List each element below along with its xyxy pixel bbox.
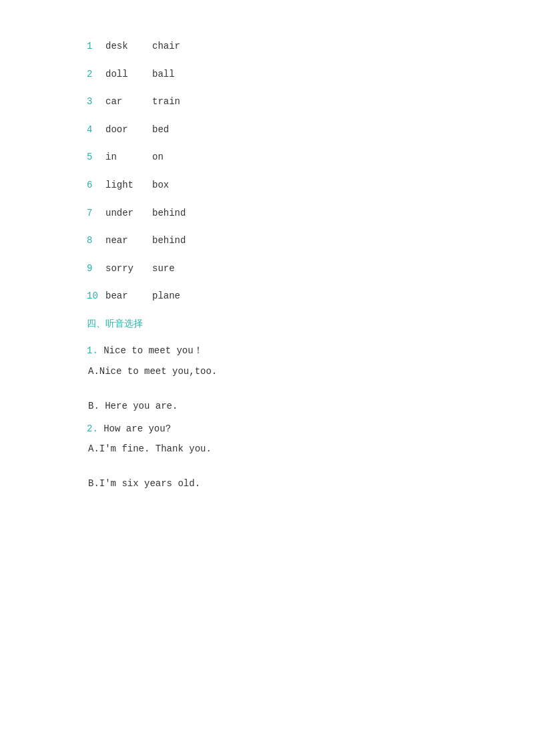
list-item: 2dollball xyxy=(87,68,447,81)
qa-question: 1. Nice to meet you！ xyxy=(87,345,447,357)
qa-answer-a: A.Nice to meet you,too. xyxy=(87,366,447,377)
blank-line xyxy=(87,389,447,401)
qa-answer-b: B. Here you are. xyxy=(87,401,447,411)
q-number: 1. xyxy=(87,345,103,356)
item-word1: desk xyxy=(105,40,152,53)
list-item: 5inon xyxy=(87,151,447,164)
list-item: 1deskchair xyxy=(87,40,447,53)
item-word2: behind xyxy=(152,234,186,248)
item-word1: near xyxy=(105,234,152,248)
qa-answer-b: B.I'm six years old. xyxy=(87,478,447,489)
item-number: 10 xyxy=(87,290,105,303)
list-item: 7underbehind xyxy=(87,207,447,220)
item-word2: sure xyxy=(152,262,175,276)
list-item: 6lightbox xyxy=(87,179,447,192)
qa-section: 1. Nice to meet you！A.Nice to meet you,t… xyxy=(87,345,447,489)
list-item: 4doorbed xyxy=(87,124,447,137)
item-number: 2 xyxy=(87,68,105,81)
section-heading: 四、听音选择 xyxy=(87,318,447,330)
item-word2: train xyxy=(152,96,180,109)
list-item: 10bearplane xyxy=(87,290,447,303)
blank-line xyxy=(87,466,447,478)
q-number: 2. xyxy=(87,423,103,434)
item-number: 1 xyxy=(87,40,105,53)
item-word1: door xyxy=(105,124,152,137)
item-number: 6 xyxy=(87,179,105,192)
item-word1: doll xyxy=(105,68,152,81)
item-word1: sorry xyxy=(105,262,152,276)
item-word1: under xyxy=(105,207,152,220)
item-word1: light xyxy=(105,179,152,192)
item-word2: box xyxy=(152,179,169,192)
item-word2: bed xyxy=(152,124,169,137)
list-item: 9sorrysure xyxy=(87,262,447,276)
list-item: 3cartrain xyxy=(87,96,447,109)
qa-item: 2. How are you?A.I'm fine. Thank you.B.I… xyxy=(87,423,447,489)
item-word2: on xyxy=(152,151,164,164)
qa-question: 2. How are you? xyxy=(87,423,447,434)
item-word2: plane xyxy=(152,290,180,303)
item-word2: ball xyxy=(152,68,175,81)
item-word1: in xyxy=(105,151,152,164)
item-number: 9 xyxy=(87,262,105,276)
item-word1: bear xyxy=(105,290,152,303)
item-number: 4 xyxy=(87,124,105,137)
item-number: 7 xyxy=(87,207,105,220)
item-number: 3 xyxy=(87,96,105,109)
item-number: 5 xyxy=(87,151,105,164)
qa-answer-a: A.I'm fine. Thank you. xyxy=(87,443,447,454)
item-word2: chair xyxy=(152,40,180,53)
item-number: 8 xyxy=(87,234,105,248)
list-item: 8nearbehind xyxy=(87,234,447,248)
item-word1: car xyxy=(105,96,152,109)
qa-item: 1. Nice to meet you！A.Nice to meet you,t… xyxy=(87,345,447,411)
numbered-list: 1deskchair2dollball3cartrain4doorbed5ino… xyxy=(87,40,447,303)
item-word2: behind xyxy=(152,207,186,220)
